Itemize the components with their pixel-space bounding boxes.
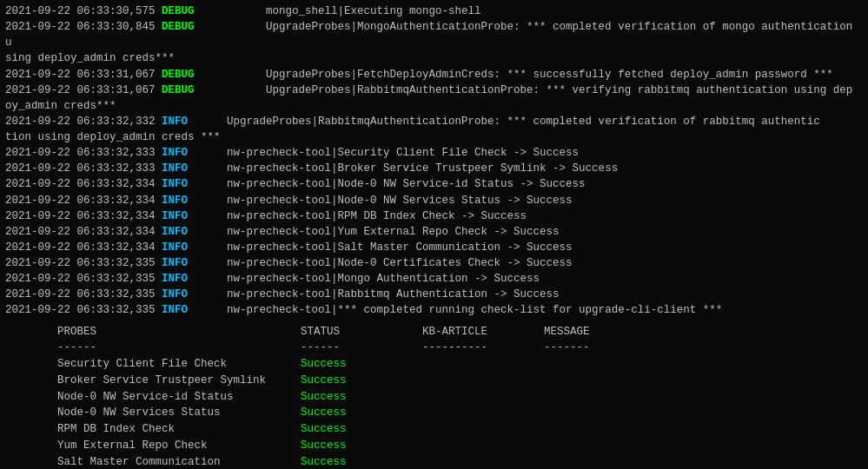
log-line-2: 2021-09-22 06:33:30,845 DEBUG UpgradePro… [5, 19, 863, 66]
log-line-13: 2021-09-22 06:33:32,335 INFO nw-precheck… [5, 255, 863, 271]
col-header-message: MESSAGE [544, 324, 590, 340]
log-line-15: 2021-09-22 06:33:32,335 INFO nw-precheck… [5, 287, 863, 302]
log-line-1: 2021-09-22 06:33:30,575 DEBUG mongo_shel… [5, 3, 863, 19]
table-row: Security Client File Check Success [57, 356, 863, 373]
table-row: Broker Service Trustpeer Symlink Success [57, 373, 863, 389]
log-line-12: 2021-09-22 06:33:32,334 INFO nw-precheck… [5, 240, 863, 255]
table-row: Node-0 NW Services Status Success [57, 405, 863, 421]
table-row: Salt Master Communication Success [57, 454, 863, 470]
log-line-5: 2021-09-22 06:33:32,332 INFO UpgradeProb… [5, 114, 863, 145]
log-line-3: 2021-09-22 06:33:31,067 DEBUG UpgradePro… [5, 67, 863, 83]
col-header-status: STATUS [301, 324, 422, 340]
table-row: RPM DB Index Check Success [57, 421, 863, 438]
log-line-10: 2021-09-22 06:33:32,334 INFO nw-precheck… [5, 208, 863, 224]
log-line-14: 2021-09-22 06:33:32,335 INFO nw-precheck… [5, 271, 863, 287]
table-row: Yum External Repo Check Success [57, 438, 863, 454]
table-row: Node-0 NW Service-id Status Success [57, 389, 863, 406]
log-line-9: 2021-09-22 06:33:32,334 INFO nw-precheck… [5, 193, 863, 208]
terminal: 2021-09-22 06:33:30,575 DEBUG mongo_shel… [0, 0, 868, 469]
log-line-4: 2021-09-22 06:33:31,067 DEBUG UpgradePro… [5, 83, 863, 114]
table-divider-row: ------ ------ ---------- ------- [57, 340, 863, 356]
log-line-8: 2021-09-22 06:33:32,334 INFO nw-precheck… [5, 176, 863, 192]
results-table: PROBES STATUS KB-ARTICLE MESSAGE ------ … [57, 324, 863, 470]
col-header-probes: PROBES [57, 324, 301, 340]
log-line-6: 2021-09-22 06:33:32,333 INFO nw-precheck… [5, 145, 863, 161]
log-line-16: 2021-09-22 06:33:32,335 INFO nw-precheck… [5, 302, 863, 318]
table-header-row: PROBES STATUS KB-ARTICLE MESSAGE [57, 324, 863, 340]
col-header-kb: KB-ARTICLE [422, 324, 544, 340]
log-line-7: 2021-09-22 06:33:32,333 INFO nw-precheck… [5, 161, 863, 176]
log-line-11: 2021-09-22 06:33:32,334 INFO nw-precheck… [5, 224, 863, 240]
